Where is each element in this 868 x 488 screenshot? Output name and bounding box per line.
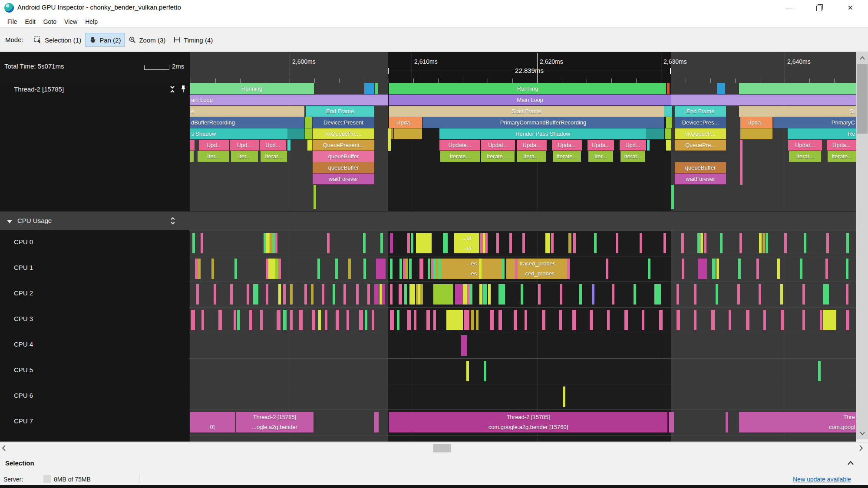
cpu-slice[interactable] <box>654 284 661 305</box>
cpu-slice[interactable] <box>359 310 363 330</box>
thread-slice[interactable]: Itera... <box>517 151 546 162</box>
cpu-slice[interactable] <box>634 284 636 305</box>
selection-panel-header[interactable]: Selection <box>0 454 868 473</box>
thread-slice[interactable] <box>394 128 422 139</box>
thread-slice[interactable] <box>740 140 743 185</box>
cpu-slice[interactable] <box>612 284 614 305</box>
cpu-slice[interactable] <box>416 233 432 253</box>
thread-slice[interactable]: Iter... <box>198 151 229 162</box>
thread-slice[interactable] <box>375 83 378 94</box>
cpu-slice[interactable] <box>820 310 822 330</box>
cpu-slice[interactable] <box>616 233 618 253</box>
cpu-slice[interactable] <box>363 259 366 279</box>
thread-slice[interactable]: vkQueuePre... <box>313 128 374 139</box>
cpu-slice[interactable] <box>759 284 761 305</box>
update-link[interactable]: New update available <box>793 476 851 483</box>
scroll-left-icon[interactable] <box>2 445 6 453</box>
cpu-slice[interactable] <box>433 310 436 330</box>
cpu-slice[interactable] <box>433 284 453 305</box>
cpu-slice[interactable] <box>466 361 469 381</box>
thread-slice[interactable] <box>667 83 670 94</box>
thread-slice[interactable]: Upda... <box>587 140 614 151</box>
cpu-slice[interactable] <box>659 310 663 330</box>
thread-slice[interactable] <box>314 185 316 209</box>
cpu-slice[interactable] <box>802 284 805 305</box>
thread-slice[interactable]: dBufferRecording <box>190 117 304 128</box>
timeline-ruler[interactable]: 22.839ms 2,600ms2,610ms2,620ms2,630ms2,6… <box>189 52 856 83</box>
expander-triangle-icon[interactable] <box>7 220 12 223</box>
thread-track-header[interactable]: Thread-2 [15785] <box>0 83 189 95</box>
cpu-slice[interactable] <box>682 259 684 279</box>
thread-slice[interactable] <box>310 140 312 151</box>
cpu-slice[interactable] <box>304 284 307 305</box>
thread-slice[interactable]: Start Frame <box>389 106 664 117</box>
cpu-slice[interactable] <box>201 310 204 330</box>
cpu-slice[interactable] <box>781 310 784 330</box>
thread-slice[interactable]: queueBuffer <box>675 162 726 173</box>
scroll-down-icon[interactable] <box>856 427 868 439</box>
thread-slice[interactable] <box>664 106 672 117</box>
cpu-slice[interactable] <box>823 284 829 305</box>
thread-slice[interactable]: queueBuffer <box>313 162 374 173</box>
cpu-slice[interactable] <box>712 259 716 279</box>
cpu-slice[interactable] <box>278 259 281 279</box>
cpu-slice[interactable] <box>268 259 275 279</box>
cpu-slice[interactable] <box>471 310 474 330</box>
thread-slice[interactable] <box>287 128 304 139</box>
thread-slice[interactable]: Iterate... <box>828 151 856 162</box>
cpu-usage-header[interactable]: CPU Usage <box>0 211 856 230</box>
thread-slice[interactable]: Upda... <box>517 140 547 151</box>
vertical-scroll-thumb[interactable] <box>857 64 868 134</box>
vertical-scrollbar[interactable] <box>856 52 868 439</box>
cpu-slice[interactable] <box>325 310 327 330</box>
cpu-slice[interactable] <box>476 310 479 330</box>
cpu-slice[interactable] <box>275 259 278 279</box>
cpu-slice[interactable] <box>590 310 593 330</box>
cpu-slice[interactable] <box>846 310 849 330</box>
cpu-slice[interactable] <box>195 259 198 279</box>
thread-slice[interactable]: Upda... <box>740 117 772 128</box>
cpu-slice[interactable] <box>780 284 783 305</box>
cpu-slice[interactable] <box>823 310 836 330</box>
cpu-slice[interactable] <box>525 310 527 330</box>
thread-slice[interactable]: Device::Present <box>313 117 374 128</box>
cpu-slice[interactable] <box>542 310 545 330</box>
cpu-slice[interactable] <box>802 310 805 330</box>
cpu-slice[interactable] <box>607 310 610 330</box>
thread-slice[interactable]: Upd... <box>199 140 229 151</box>
cpu-slice[interactable] <box>234 259 237 279</box>
cpu-slice[interactable] <box>469 284 472 305</box>
cpu-slice[interactable] <box>327 233 330 253</box>
cpu-slice[interactable] <box>290 310 293 330</box>
cpu-slice[interactable] <box>698 259 707 279</box>
cpu-slice[interactable] <box>335 259 338 279</box>
cpu-slice[interactable] <box>716 284 718 305</box>
thread-slice[interactable]: QueuePresent... <box>313 140 374 151</box>
cpu-slice[interactable] <box>573 233 576 253</box>
cpu-slice[interactable] <box>461 335 467 356</box>
cpu-slice[interactable] <box>196 284 199 305</box>
cpu-slice[interactable] <box>739 233 742 253</box>
cpu-slice[interactable] <box>411 233 413 253</box>
cpu-slice[interactable] <box>488 284 491 305</box>
cpu-slice[interactable] <box>737 284 740 305</box>
cpu-slice[interactable] <box>409 259 412 279</box>
cpu-slice[interactable]: Thread-2 [15785]...ogle.a2g.bender <box>236 412 314 432</box>
cpu-slice[interactable] <box>455 284 463 305</box>
thread-slice[interactable]: queueBuffer <box>313 151 374 162</box>
thread-slice[interactable] <box>190 140 195 151</box>
reorder-icon[interactable] <box>169 216 176 227</box>
cpu-slice[interactable] <box>397 310 399 330</box>
cpu-slice[interactable] <box>551 233 554 253</box>
thread-slice[interactable] <box>671 95 856 105</box>
cpu-slice[interactable] <box>759 233 762 253</box>
cpu-slice[interactable] <box>428 259 430 279</box>
menu-goto[interactable]: Goto <box>40 18 60 25</box>
cpu-slice[interactable] <box>482 284 487 305</box>
thread-slice[interactable]: Upd... <box>260 140 286 151</box>
collapse-icon[interactable] <box>168 85 176 93</box>
thread-slice[interactable]: QueuePre... <box>675 140 726 151</box>
thread-slice[interactable]: Upd... <box>230 140 259 151</box>
cpu-slice[interactable] <box>681 233 684 253</box>
panel-collapse-icon[interactable] <box>847 459 855 467</box>
